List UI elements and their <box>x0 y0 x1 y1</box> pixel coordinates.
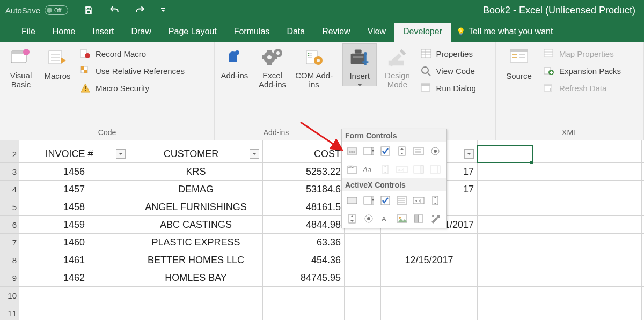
cell[interactable] <box>263 287 345 304</box>
toggle-switch[interactable]: Off <box>45 5 68 15</box>
autosave-toggle[interactable]: AutoSave Off <box>5 5 68 15</box>
cell[interactable] <box>345 251 381 269</box>
col-header-customer[interactable]: CUSTOMER <box>129 145 263 162</box>
redo-icon[interactable] <box>135 5 145 16</box>
filter-icon[interactable] <box>116 149 126 159</box>
view-code-button[interactable]: View Code <box>418 64 491 78</box>
cell[interactable] <box>587 251 642 269</box>
row-header[interactable]: 11 <box>0 304 19 320</box>
cell[interactable] <box>478 216 532 233</box>
cell[interactable] <box>532 145 587 162</box>
form-groupbox-icon[interactable]: XYZ <box>344 162 360 176</box>
form-checkbox-icon[interactable] <box>377 144 393 158</box>
form-combo2-icon[interactable] <box>411 162 426 176</box>
expansion-packs-button[interactable]: Expansion Packs <box>541 64 632 78</box>
insert-controls-button[interactable]: Insert <box>342 43 377 86</box>
cell[interactable] <box>478 251 532 269</box>
cell[interactable]: ABC CASTINGS <box>129 216 263 233</box>
form-listbox-icon[interactable] <box>411 144 426 158</box>
cell[interactable] <box>478 287 532 304</box>
cell[interactable] <box>587 269 642 286</box>
row-header[interactable]: 8 <box>0 251 19 269</box>
cell[interactable] <box>19 304 129 320</box>
ax-button-icon[interactable] <box>344 194 360 207</box>
form-spinner-icon[interactable] <box>394 144 409 158</box>
properties-button[interactable]: Properties <box>418 47 491 61</box>
cell[interactable] <box>345 234 381 251</box>
cell[interactable] <box>532 181 587 198</box>
macros-button[interactable]: Macros <box>41 43 74 80</box>
cell[interactable] <box>478 304 532 320</box>
cell[interactable]: 1459 <box>19 216 129 233</box>
cell[interactable] <box>19 287 129 304</box>
qat-dropdown-icon[interactable] <box>160 6 166 14</box>
ax-spinner-icon[interactable] <box>344 212 360 226</box>
ax-toggle-icon[interactable] <box>411 212 426 226</box>
row-header[interactable]: 5 <box>0 198 19 216</box>
ax-option-icon[interactable] <box>361 212 376 226</box>
cell[interactable] <box>381 287 478 304</box>
cell[interactable] <box>532 198 587 215</box>
tab-home[interactable]: Home <box>44 23 84 42</box>
cell[interactable] <box>587 287 642 304</box>
tab-developer[interactable]: Developer <box>394 23 451 42</box>
ax-textbox-icon[interactable]: ab| <box>411 194 426 207</box>
cell[interactable] <box>532 234 587 251</box>
cell[interactable]: 63.36 <box>263 234 345 251</box>
cell[interactable] <box>532 304 587 320</box>
form-option-icon[interactable] <box>427 144 443 158</box>
cell[interactable]: 1462 <box>19 269 129 286</box>
form-button-icon[interactable]: xxxx <box>344 144 360 158</box>
cell[interactable]: 4844.98 <box>263 216 345 233</box>
cell[interactable] <box>381 269 478 286</box>
cell[interactable] <box>587 234 642 251</box>
spreadsheet[interactable]: 2 3 4 5 6 7 8 9 10 11 INVOICE # CUSTOMER… <box>0 140 644 320</box>
cell[interactable]: PLASTIC EXPRESS <box>129 234 263 251</box>
form-edit-icon[interactable] <box>427 162 443 176</box>
tab-insert[interactable]: Insert <box>84 23 122 42</box>
record-macro-button[interactable]: Record Macro <box>77 47 201 61</box>
ax-scrollbar-icon[interactable] <box>427 194 443 207</box>
cell[interactable] <box>587 216 642 233</box>
tab-data[interactable]: Data <box>278 23 313 42</box>
cell[interactable]: 53184.6 <box>263 181 345 198</box>
tab-view[interactable]: View <box>359 23 394 42</box>
form-combo-icon[interactable] <box>361 144 376 158</box>
tab-review[interactable]: Review <box>313 23 358 42</box>
save-icon[interactable] <box>83 5 94 16</box>
ax-checkbox-icon[interactable] <box>377 194 393 207</box>
cell[interactable]: BETTER HOMES LLC <box>129 251 263 269</box>
grid[interactable]: INVOICE # CUSTOMER COST ID 1456 KRS 5253… <box>19 140 644 320</box>
cell[interactable] <box>478 181 532 198</box>
cell[interactable] <box>532 287 587 304</box>
visual-basic-button[interactable]: Visual Basic <box>4 43 38 89</box>
cell[interactable]: ANGEL FURNISHINGS <box>129 198 263 215</box>
cell[interactable] <box>478 234 532 251</box>
map-properties-button[interactable]: Map Properties <box>541 47 632 61</box>
run-dialog-button[interactable]: Run Dialog <box>418 81 491 95</box>
active-cell[interactable] <box>478 145 532 162</box>
cell[interactable]: DEMAG <box>129 181 263 198</box>
cell[interactable] <box>129 287 263 304</box>
cell[interactable] <box>587 145 642 162</box>
cell[interactable] <box>345 304 381 320</box>
cell[interactable] <box>381 234 478 251</box>
cell[interactable] <box>478 269 532 286</box>
cell[interactable] <box>532 216 587 233</box>
design-mode-button[interactable]: Design Mode <box>380 43 414 89</box>
cell[interactable] <box>587 163 642 180</box>
cell[interactable] <box>587 304 642 320</box>
cell[interactable] <box>478 198 532 215</box>
cell[interactable]: 1461 <box>19 251 129 269</box>
cell[interactable] <box>587 198 642 215</box>
ax-listbox-icon[interactable] <box>394 194 409 207</box>
cell[interactable]: 1458 <box>19 198 129 215</box>
cell[interactable] <box>532 163 587 180</box>
cell[interactable] <box>532 269 587 286</box>
cell[interactable] <box>532 251 587 269</box>
cell[interactable] <box>263 304 345 320</box>
cell[interactable]: 5253.22 <box>263 163 345 180</box>
form-textfield-icon[interactable]: ab| <box>394 162 409 176</box>
addins-button[interactable]: Add-ins <box>219 43 250 80</box>
cell[interactable]: 454.36 <box>263 251 345 269</box>
